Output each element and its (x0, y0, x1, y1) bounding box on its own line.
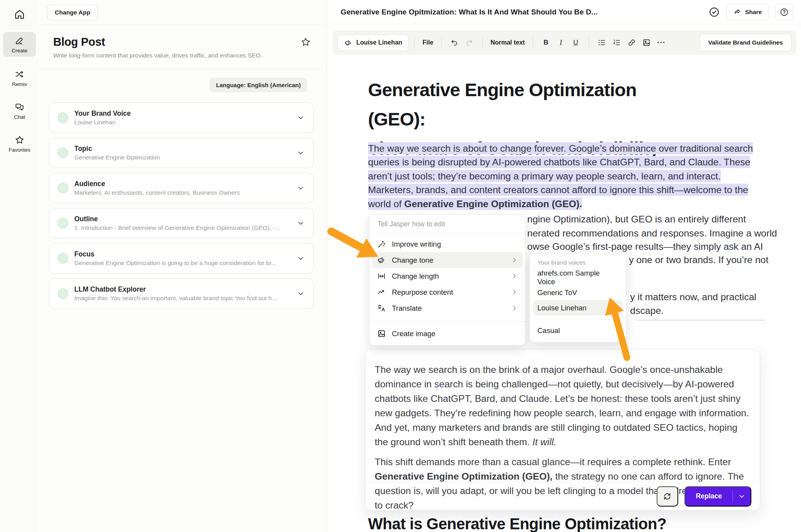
document-subheading: What is Generative Engine Optimization? (368, 515, 666, 532)
help-icon (779, 7, 789, 17)
replace-dropdown-chevron-icon[interactable] (733, 487, 751, 506)
insert-image-icon[interactable] (639, 35, 654, 50)
undo-icon[interactable] (447, 35, 462, 50)
chevron-down-icon (297, 290, 305, 297)
preview-card-footer: Replace (366, 482, 760, 510)
page-title: Blog Post (53, 36, 312, 48)
star-icon (14, 135, 25, 145)
menu-item-create-image[interactable]: Create image (372, 326, 523, 342)
chevron-down-icon (297, 114, 305, 122)
more-options-button[interactable]: ··· (654, 35, 669, 50)
chevron-down-icon (297, 184, 305, 192)
tell-jasper-input[interactable]: Tell Jasper how to edit (370, 215, 525, 233)
regenerate-button[interactable] (657, 486, 678, 507)
menu-item-label: Repurpose content (392, 288, 453, 297)
menu-item-change-length[interactable]: Change length (372, 268, 523, 284)
home-icon (14, 9, 25, 20)
numbered-list-icon[interactable] (609, 35, 624, 50)
document-text-fragment: nerated recommendations and responses. I… (527, 228, 777, 239)
document-title: Generative Engine Opitmization: What Is … (341, 8, 708, 16)
underline-button[interactable]: U (568, 35, 583, 50)
menu-item-translate[interactable]: Translate (372, 300, 523, 316)
change-length-icon (377, 272, 386, 281)
chevron-right-icon (511, 257, 518, 263)
status-dashed-circle-icon (58, 218, 68, 228)
toolbar-separator (533, 37, 533, 48)
status-dashed-circle-icon (58, 253, 68, 263)
chevron-down-icon (297, 149, 305, 157)
sidebar-item-label: Chat (14, 114, 25, 120)
sidebar-item-chat[interactable]: Chat (3, 99, 36, 123)
sidebar-item-label: Favorites (9, 147, 31, 153)
input-card-llm-chatbot-explorer[interactable]: LLM Chatbot Explorer Imagine this: You s… (49, 278, 314, 309)
share-button[interactable]: Share (726, 4, 769, 20)
share-label: Share (745, 9, 762, 16)
card-value: 1. Introduction - Brief overview of Gene… (74, 224, 292, 231)
document-canvas[interactable]: Generative Engine Optimization (GEO): Th… (327, 55, 801, 532)
panel-top-row: Change App (39, 0, 327, 25)
document-text-fragment: y it matters now, and practical (630, 292, 756, 303)
menu-item-change-tone[interactable]: Change tone (372, 252, 523, 268)
card-title: Topic (74, 145, 292, 153)
rewrite-preview-card: The way we search is on the brink of a m… (365, 349, 760, 511)
language-badge[interactable]: Language: English (American) (210, 78, 307, 92)
text-style-selector[interactable]: Normal text (488, 39, 527, 46)
chevron-right-icon (511, 289, 518, 296)
help-button[interactable] (775, 4, 793, 20)
editor-main: Generative Engine Opitmization: What Is … (327, 0, 801, 532)
brand-voice-selector[interactable]: Louise Linehan (338, 35, 409, 51)
blog-post-panel: Change App Blog Post Write long-form con… (39, 0, 327, 532)
favorite-star-icon[interactable] (300, 37, 311, 47)
card-value: Louise Linehan (74, 119, 292, 126)
input-card-audience[interactable]: Audience Marketers, AI enthusiasts, cont… (49, 173, 314, 203)
file-menu-button[interactable]: File (420, 39, 436, 46)
menu-item-label: Create image (392, 330, 435, 338)
menu-item-repurpose-content[interactable]: Repurpose content (372, 284, 523, 300)
replace-button[interactable]: Replace (684, 486, 751, 507)
input-card-focus[interactable]: Focus Generative Engine Optimization is … (49, 243, 314, 274)
nav-rail: Create Remix Chat Favorites (0, 0, 39, 532)
status-dashed-circle-icon (58, 113, 68, 123)
validate-brand-guidelines-button[interactable]: Validate Brand Guidelines (700, 34, 792, 51)
chevron-right-icon (511, 305, 518, 312)
italic-button[interactable]: I (553, 35, 568, 50)
menu-item-improve-writing[interactable]: Improve writing (372, 236, 523, 252)
link-icon[interactable] (624, 35, 639, 50)
input-card-topic[interactable]: Topic Generative Engine Optimization (49, 138, 314, 168)
edit-context-menu: Tell Jasper how to edit Improve writing … (369, 215, 526, 346)
toolbar-separator (589, 37, 589, 48)
sidebar-item-favorites[interactable]: Favorites (3, 131, 36, 156)
selected-paragraph: The way we search is about to change for… (368, 142, 766, 211)
toolbar-separator (414, 37, 415, 48)
toolbar-separator (482, 37, 483, 48)
sidebar-item-create[interactable]: Create (3, 32, 36, 57)
toolbar-separator (441, 37, 442, 48)
change-app-button[interactable]: Change App (47, 5, 98, 20)
remix-shuffle-icon (14, 69, 25, 79)
redo-icon[interactable] (462, 35, 477, 50)
sidebar-item-remix[interactable]: Remix (3, 66, 36, 90)
document-text-fragment: owse Google’s first-page results—they si… (527, 241, 763, 252)
bullet-list-icon[interactable] (594, 35, 609, 50)
input-card-brand-voice[interactable]: Your Brand Voice Louise Linehan (49, 102, 314, 133)
card-title: LLM Chatbot Explorer (74, 285, 292, 294)
card-title: Outline (74, 215, 292, 223)
home-button[interactable] (11, 6, 28, 23)
refresh-icon (663, 492, 672, 501)
panel-body: Language: English (American) Your Brand … (39, 69, 327, 309)
bold-button[interactable]: B (539, 35, 553, 50)
repurpose-trend-icon (377, 288, 386, 297)
brand-voice-label: Louise Linehan (356, 39, 402, 46)
create-image-icon (377, 329, 386, 338)
menu-item-label: Translate (392, 304, 422, 313)
status-dashed-circle-icon (58, 148, 68, 158)
submenu-item-ahrefs-voice[interactable]: ahrefs.com Sample Voice (533, 270, 623, 285)
share-icon (733, 8, 742, 16)
card-title: Focus (74, 250, 292, 258)
menu-item-label: Change tone (392, 256, 433, 265)
card-title: Your Brand Voice (74, 109, 292, 118)
input-card-outline[interactable]: Outline 1. Introduction - Brief overview… (49, 208, 314, 238)
menu-item-label: Change length (392, 272, 439, 281)
page-description: Write long-form content that provides va… (53, 52, 312, 59)
panel-header: Blog Post Write long-form content that p… (39, 25, 327, 69)
